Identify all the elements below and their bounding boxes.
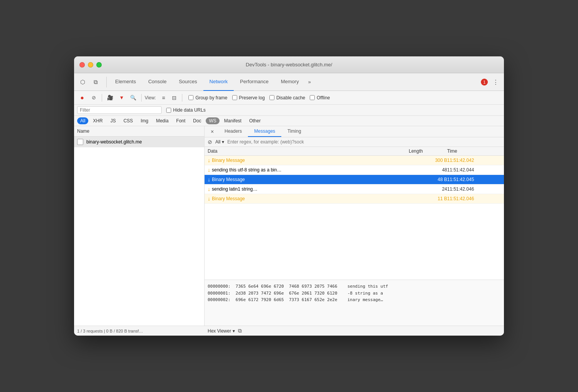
type-filters: All XHR JS CSS Img Media Font Doc WS Man… (74, 116, 504, 126)
list-view-button[interactable]: ≡ (159, 93, 168, 102)
status-requests: 1 / 3 requests | 0 B / 820 B transf… (77, 329, 208, 333)
filter-input[interactable] (80, 107, 159, 113)
message-filter-input[interactable] (227, 139, 501, 145)
request-row[interactable]: binary-websocket.glitch.me (74, 137, 204, 147)
message-data: ↓ Binary Message (208, 176, 409, 183)
hex-viewer: 00000000: 7365 6e64 696e 6720 7468 6973 … (205, 280, 504, 326)
message-row[interactable]: ↓ Binary Message 300 B 11:51:42.042 (205, 156, 504, 165)
message-data: ↓ sending latin1 string… (208, 186, 409, 192)
tab-headers[interactable]: Headers (218, 126, 248, 137)
message-row[interactable]: ↓ Binary Message 11 B 11:51:42.046 (205, 194, 504, 204)
message-length: 48 B (409, 177, 447, 182)
copy-button[interactable]: ⧉ (238, 328, 242, 334)
type-filter-ws[interactable]: WS (206, 117, 219, 124)
type-filter-xhr[interactable]: XHR (90, 117, 106, 124)
message-text: Binary Message (212, 196, 245, 201)
error-indicator: 1 ⋮ (481, 77, 501, 87)
close-button[interactable] (79, 62, 85, 68)
stop-button[interactable]: ⊘ (89, 93, 99, 103)
window-title: DevTools - binary-websocket.glitch.me/ (246, 62, 332, 68)
hex-line: 00000002: 696e 6172 7920 6d65 7373 6167 … (208, 296, 501, 303)
tab-performance[interactable]: Performance (234, 73, 274, 91)
type-filter-other[interactable]: Other (246, 117, 264, 124)
view-label: View: (145, 95, 156, 100)
tab-icons: ⬡ ⧉ (77, 77, 101, 87)
arrow-down-icon: ↓ (208, 157, 210, 163)
right-tabs: × Headers Messages Timing (205, 126, 504, 137)
message-time: 11:51:42.046 (447, 196, 501, 201)
close-detail-button[interactable]: × (208, 127, 217, 136)
arrow-down-icon: ↓ (208, 167, 210, 173)
traffic-lights (79, 62, 102, 68)
minimize-button[interactable] (88, 62, 93, 68)
arrow-down-icon: ↓ (208, 176, 210, 183)
disable-cache-checkbox[interactable]: Disable cache (269, 95, 305, 100)
hex-line: 00000000: 7365 6e64 696e 6720 7468 6973 … (208, 283, 501, 290)
message-row[interactable]: ↓ Binary Message 48 B 11:51:42.045 (205, 175, 504, 184)
message-data: ↓ sending this utf-8 string as a bin… (208, 167, 409, 173)
preserve-log-checkbox[interactable]: Preserve log (232, 95, 265, 100)
message-data: ↓ Binary Message (208, 157, 409, 163)
block-icon: ⊘ (208, 139, 212, 145)
message-length: 300 B (409, 158, 447, 163)
type-filter-manifest[interactable]: Manifest (221, 117, 244, 124)
maximize-button[interactable] (96, 62, 102, 68)
camera-button[interactable]: 🎥 (105, 93, 115, 103)
message-filter-select[interactable]: All ▾ (215, 139, 224, 145)
message-text: sending latin1 string… (212, 186, 258, 192)
toolbar-divider-3 (182, 94, 182, 102)
filter-button[interactable]: ▼ (117, 93, 127, 103)
message-row[interactable]: ↓ sending this utf-8 string as a bin… 48… (205, 165, 504, 175)
tree-view-button[interactable]: ⊟ (170, 93, 179, 102)
cursor-icon[interactable]: ⬡ (77, 77, 88, 87)
devices-icon[interactable]: ⧉ (90, 77, 101, 87)
message-time: 11:51:42.042 (447, 158, 501, 163)
more-tabs-button[interactable]: » (305, 79, 314, 85)
messages-header: Data Length Time (205, 147, 504, 156)
message-text: Binary Message (212, 158, 245, 163)
type-filter-img[interactable]: Img (137, 117, 151, 124)
hex-line: 00000001: 2d38 2073 7472 696e 676e 2061 … (208, 290, 501, 297)
tab-memory[interactable]: Memory (275, 73, 305, 91)
tab-console[interactable]: Console (142, 73, 173, 91)
type-filter-all[interactable]: All (77, 117, 88, 124)
type-filter-font[interactable]: Font (173, 117, 188, 124)
status-right: Hex Viewer ▾ ⧉ (208, 328, 501, 334)
tab-sources[interactable]: Sources (173, 73, 203, 91)
tab-elements[interactable]: Elements (109, 73, 142, 91)
left-panel: Name binary-websocket.glitch.me (74, 126, 205, 326)
arrow-down-icon: ↓ (208, 196, 210, 202)
type-filter-media[interactable]: Media (153, 117, 172, 124)
devtools-window: DevTools - binary-websocket.glitch.me/ ⬡… (74, 56, 504, 336)
message-row[interactable]: ↓ sending latin1 string… 24 11:51:42.046 (205, 184, 504, 194)
data-col-header: Data (208, 148, 409, 154)
toolbar-divider-1 (102, 94, 102, 102)
arrow-down-icon: ↓ (208, 186, 210, 192)
tab-timing[interactable]: Timing (281, 126, 307, 137)
messages-list: ↓ Binary Message 300 B 11:51:42.042 ↓ se… (205, 156, 504, 280)
search-button[interactable]: 🔍 (128, 93, 138, 103)
message-time: 11:51:42.045 (447, 177, 501, 182)
message-time: 11:51:42.046 (447, 186, 501, 192)
type-filter-css[interactable]: CSS (121, 117, 136, 124)
name-column-header: Name (74, 126, 204, 137)
network-toolbar: ● ⊘ 🎥 ▼ 🔍 View: ≡ ⊟ Group by frame Prese… (74, 91, 504, 105)
filter-input-wrap (77, 106, 162, 114)
group-by-frame-checkbox[interactable]: Group by frame (188, 95, 227, 100)
request-icon (77, 139, 83, 145)
offline-checkbox[interactable]: Offline (310, 95, 330, 100)
toolbar-divider-2 (141, 94, 142, 102)
menu-icon[interactable]: ⋮ (490, 77, 501, 87)
tab-messages[interactable]: Messages (248, 126, 281, 137)
record-button[interactable]: ● (77, 93, 87, 103)
length-col-header: Length (409, 148, 447, 154)
message-length: 11 B (409, 196, 447, 201)
filter-bar: Hide data URLs (74, 105, 504, 116)
message-length: 24 (409, 186, 447, 192)
tab-network[interactable]: Network (203, 73, 234, 91)
hide-urls-checkbox[interactable]: Hide data URLs (166, 107, 206, 113)
error-count-badge: 1 (481, 79, 488, 86)
type-filter-js[interactable]: JS (107, 117, 119, 124)
hex-viewer-button[interactable]: Hex Viewer ▾ (208, 328, 235, 334)
type-filter-doc[interactable]: Doc (190, 117, 204, 124)
